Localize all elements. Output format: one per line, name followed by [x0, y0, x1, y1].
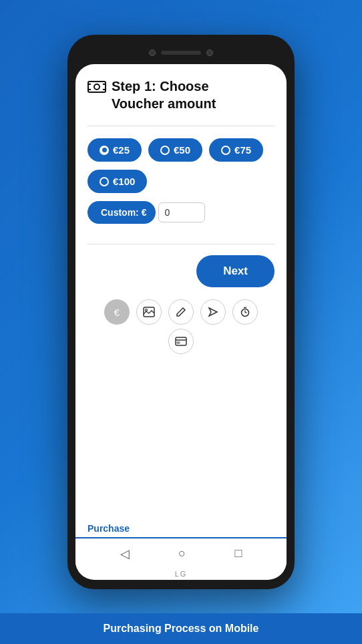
- page-title: Step 1: Choose Voucher amount: [112, 77, 216, 112]
- action-icons-row-1: €: [104, 299, 258, 325]
- radio-100: [100, 177, 109, 186]
- step-header: Step 1: Choose Voucher amount: [87, 77, 275, 112]
- amount-100-button[interactable]: €100: [87, 170, 147, 193]
- custom-row: Custom: €: [87, 201, 275, 224]
- back-nav-icon[interactable]: ◁: [120, 546, 130, 561]
- custom-amount-input[interactable]: [164, 207, 199, 218]
- svg-rect-13: [176, 337, 186, 345]
- purchase-tab-label: Purchase: [87, 523, 130, 534]
- phone-notch: [75, 43, 287, 63]
- custom-input-wrapper: [158, 202, 205, 222]
- euro-icon[interactable]: €: [104, 299, 130, 325]
- svg-point-1: [94, 84, 100, 90]
- action-icons-area: €: [87, 299, 275, 354]
- lg-brand-logo: LG: [75, 568, 287, 580]
- radio-50: [160, 146, 170, 155]
- image-icon[interactable]: [136, 299, 162, 325]
- screen-content: Step 1: Choose Voucher amount €25 €50: [75, 64, 287, 514]
- phone-screen: Step 1: Choose Voucher amount €25 €50: [75, 64, 287, 580]
- timer-icon[interactable]: [232, 299, 258, 325]
- amount-row-2: €100: [87, 170, 275, 193]
- radio-25: [100, 146, 109, 155]
- purchase-tab[interactable]: Purchase: [75, 514, 287, 538]
- next-button[interactable]: Next: [196, 255, 275, 287]
- send-icon[interactable]: [200, 299, 226, 325]
- custom-amount-button[interactable]: Custom: €: [87, 201, 156, 224]
- svg-marker-8: [209, 308, 217, 316]
- voucher-icon: [87, 79, 106, 94]
- bottom-navigation: ◁ ○ □: [75, 538, 287, 568]
- amount-50-button[interactable]: €50: [148, 138, 202, 162]
- section-divider: [87, 244, 275, 245]
- svg-point-7: [146, 309, 148, 311]
- front-camera: [149, 49, 156, 56]
- radio-75: [221, 146, 230, 155]
- action-icons-row-2: [168, 329, 194, 354]
- amount-row-1: €25 €50 €75: [87, 138, 275, 162]
- card-icon[interactable]: [168, 329, 194, 354]
- svg-rect-15: [177, 342, 180, 343]
- phone-speaker: [161, 51, 201, 55]
- phone-frame: Step 1: Choose Voucher amount €25 €50: [67, 35, 295, 589]
- recents-nav-icon[interactable]: □: [234, 546, 242, 560]
- next-button-wrapper: Next: [87, 255, 275, 287]
- amount-25-button[interactable]: €25: [87, 138, 142, 162]
- amounts-section: €25 €50 €75 €100: [87, 126, 275, 232]
- home-nav-icon[interactable]: ○: [178, 546, 186, 560]
- amount-75-button[interactable]: €75: [209, 138, 263, 162]
- edit-icon[interactable]: [168, 299, 194, 325]
- bottom-banner: Purchasing Process on Mobile: [0, 613, 362, 644]
- svg-rect-0: [88, 82, 106, 92]
- front-camera-2: [206, 49, 213, 56]
